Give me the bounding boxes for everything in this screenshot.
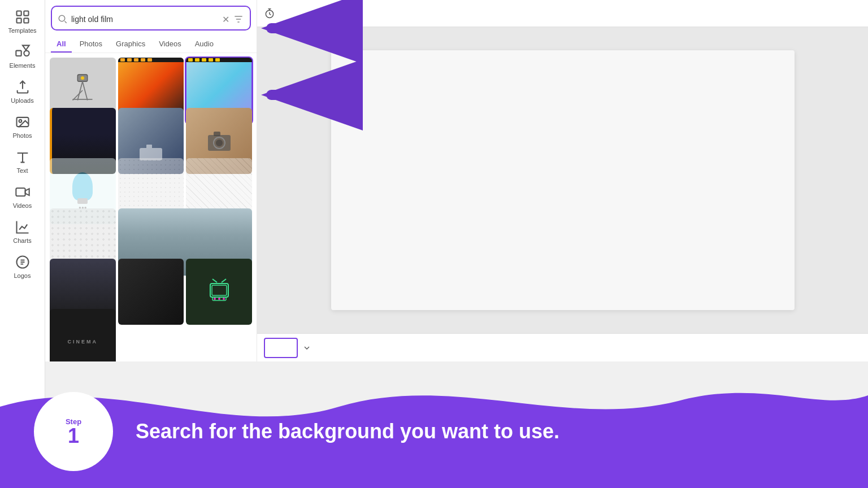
canvas-workspace[interactable] bbox=[331, 50, 795, 310]
search-clear-button[interactable]: ✕ bbox=[222, 14, 229, 25]
shapes-icon bbox=[15, 44, 31, 60]
tab-audio[interactable]: Audio bbox=[189, 36, 219, 53]
step-description: Search for the background you want to us… bbox=[136, 419, 559, 443]
svg-rect-28 bbox=[212, 285, 227, 295]
tab-all[interactable]: All bbox=[51, 36, 72, 53]
tab-videos[interactable]: Videos bbox=[153, 36, 187, 53]
sidebar-item-videos[interactable]: Videos bbox=[2, 180, 43, 213]
timer-icon bbox=[264, 8, 275, 19]
canvas-main[interactable] bbox=[257, 27, 868, 333]
sidebar-item-text-label: Text bbox=[16, 167, 28, 174]
sidebar-item-uploads-label: Uploads bbox=[11, 97, 33, 104]
svg-marker-6 bbox=[23, 45, 29, 50]
bottom-section: Step 1 Search for the background you wan… bbox=[0, 361, 868, 488]
svg-point-8 bbox=[19, 120, 21, 123]
sidebar-item-logos-label: Logos bbox=[14, 272, 31, 279]
search-bar[interactable]: ✕ bbox=[51, 6, 251, 30]
sidebar-item-uploads[interactable]: Uploads bbox=[2, 75, 43, 108]
svg-point-30 bbox=[214, 298, 216, 300]
svg-rect-1 bbox=[24, 11, 28, 16]
svg-point-5 bbox=[24, 51, 29, 56]
svg-line-25 bbox=[212, 279, 217, 282]
step-number: 1 bbox=[68, 426, 79, 446]
svg-point-11 bbox=[59, 15, 65, 21]
chart-icon bbox=[15, 219, 31, 235]
svg-rect-0 bbox=[16, 11, 21, 16]
grid-icon bbox=[15, 9, 31, 25]
results-grid: ●●● 1:00 bbox=[45, 53, 257, 361]
search-panel: ✕ All Photos Graphics Videos Audio bbox=[45, 0, 257, 361]
svg-line-26 bbox=[222, 279, 226, 282]
svg-rect-20 bbox=[146, 145, 152, 149]
step-circle: Step 1 bbox=[34, 392, 113, 471]
sidebar-item-templates[interactable]: Templates bbox=[2, 5, 43, 38]
canvas-area bbox=[257, 0, 868, 361]
svg-point-23 bbox=[216, 140, 223, 146]
photo-icon bbox=[15, 114, 31, 130]
svg-rect-3 bbox=[24, 18, 28, 23]
logo-icon bbox=[15, 254, 31, 270]
page-thumbnail[interactable] bbox=[264, 338, 298, 358]
sidebar-item-logos[interactable]: Logos bbox=[2, 250, 43, 284]
svg-rect-4 bbox=[16, 51, 21, 56]
svg-point-31 bbox=[218, 298, 220, 300]
result-retro-tv[interactable] bbox=[186, 259, 252, 325]
sidebar-item-elements-label: Elements bbox=[10, 62, 36, 69]
canvas-bottom-bar bbox=[257, 333, 868, 361]
sidebar-item-templates-label: Templates bbox=[8, 27, 36, 34]
svg-rect-24 bbox=[214, 132, 220, 136]
text-icon bbox=[15, 149, 31, 165]
canvas-toolbar bbox=[257, 0, 868, 27]
search-input[interactable] bbox=[71, 15, 219, 24]
svg-rect-2 bbox=[16, 18, 21, 23]
search-icon bbox=[58, 14, 68, 24]
sidebar-item-text[interactable]: Text bbox=[2, 145, 43, 178]
filter-tabs: All Photos Graphics Videos Audio bbox=[45, 30, 257, 53]
svg-rect-9 bbox=[16, 188, 25, 196]
filter-icon[interactable] bbox=[233, 14, 244, 25]
sidebar-item-charts-label: Charts bbox=[13, 237, 31, 244]
sidebar-item-photos-label: Photos bbox=[12, 132, 32, 139]
step-content: Step 1 Search for the background you wan… bbox=[0, 375, 868, 488]
tab-photos[interactable]: Photos bbox=[74, 36, 108, 53]
svg-line-15 bbox=[83, 82, 88, 101]
chevron-down-icon[interactable] bbox=[302, 343, 311, 352]
result-camera-equipment[interactable] bbox=[118, 259, 184, 325]
tab-graphics[interactable]: Graphics bbox=[110, 36, 151, 53]
upload-icon bbox=[15, 79, 31, 95]
svg-point-13 bbox=[81, 76, 85, 80]
sidebar-item-videos-label: Videos bbox=[13, 202, 32, 209]
sidebar-item-elements[interactable]: Elements bbox=[2, 40, 43, 73]
sidebar-item-charts[interactable]: Charts bbox=[2, 215, 43, 249]
svg-point-32 bbox=[223, 298, 225, 300]
result-cinema-text[interactable]: CINEMA bbox=[50, 309, 116, 361]
sidebar-item-photos[interactable]: Photos bbox=[2, 110, 43, 143]
video-icon bbox=[15, 184, 31, 200]
